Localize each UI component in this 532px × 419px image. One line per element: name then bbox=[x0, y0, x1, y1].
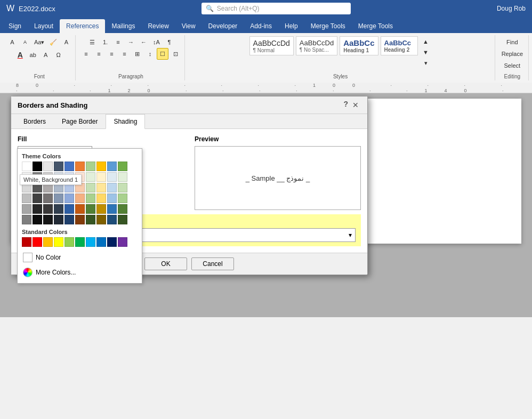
col-gray bbox=[43, 162, 53, 224]
dialog-overlay: Borders and Shading ? ✕ Borders Page Bor… bbox=[0, 0, 532, 419]
swatch-black-5[interactable] bbox=[33, 215, 42, 224]
more-colors-icon bbox=[23, 268, 33, 277]
swatch-navy-3[interactable] bbox=[54, 194, 63, 203]
col-green bbox=[86, 162, 95, 224]
swatch-std-lime[interactable] bbox=[65, 237, 74, 247]
swatch-blue[interactable] bbox=[65, 162, 74, 171]
swatch-blue-5[interactable] bbox=[65, 215, 74, 224]
ok-button[interactable]: OK bbox=[144, 257, 187, 270]
swatch-black[interactable] bbox=[33, 162, 42, 171]
theme-colors-grid bbox=[22, 162, 138, 224]
swatch-orange-4[interactable] bbox=[75, 204, 85, 214]
swatch-green[interactable] bbox=[86, 162, 95, 171]
swatch-std-red[interactable] bbox=[33, 237, 42, 247]
col-black bbox=[33, 162, 42, 224]
swatch-navy[interactable] bbox=[54, 162, 63, 171]
no-color-row[interactable]: No Color bbox=[22, 251, 138, 264]
swatch-std-cyan[interactable] bbox=[86, 237, 95, 247]
tab-page-border[interactable]: Page Border bbox=[54, 114, 106, 129]
swatch-white[interactable] bbox=[22, 162, 31, 171]
swatch-blue-3[interactable] bbox=[65, 194, 74, 203]
col-blue bbox=[65, 162, 74, 224]
swatch-gray-3[interactable] bbox=[43, 194, 53, 203]
swatch-lightblue-3[interactable] bbox=[107, 194, 117, 203]
preview-text: _ Sample __ نموذج _ bbox=[246, 174, 310, 182]
theme-colors-label: Theme Colors bbox=[22, 153, 138, 159]
standard-colors-row bbox=[22, 237, 138, 247]
swatch-std-green[interactable] bbox=[75, 237, 85, 247]
swatch-navy-4[interactable] bbox=[54, 204, 63, 214]
swatch-gray[interactable] bbox=[43, 162, 53, 171]
swatch-black-3[interactable] bbox=[33, 194, 42, 203]
preview-label: Preview bbox=[195, 135, 361, 143]
tab-borders[interactable]: Borders bbox=[15, 114, 54, 129]
swatch-lime-4[interactable] bbox=[118, 204, 127, 214]
more-colors-row[interactable]: More Colors... bbox=[22, 266, 138, 279]
swatch-white-5[interactable] bbox=[22, 215, 31, 224]
col-navy bbox=[54, 162, 63, 224]
swatch-std-darkred[interactable] bbox=[22, 237, 31, 247]
swatch-orange-3[interactable] bbox=[75, 194, 85, 203]
dialog-title-bar: Borders and Shading ? ✕ bbox=[11, 96, 367, 114]
color-picker-dropdown: Theme Colors bbox=[17, 148, 142, 284]
swatch-green-2[interactable] bbox=[86, 183, 95, 192]
swatch-lime-1[interactable] bbox=[118, 172, 127, 182]
no-color-swatch bbox=[23, 253, 33, 262]
preview-area: _ Sample __ نموذج _ bbox=[195, 146, 361, 210]
swatch-yellow[interactable] bbox=[96, 162, 106, 171]
swatch-lime-5[interactable] bbox=[118, 215, 127, 224]
swatch-white-3[interactable] bbox=[22, 194, 31, 203]
no-color-label: No Color bbox=[36, 254, 61, 261]
swatch-std-purple[interactable] bbox=[118, 237, 127, 247]
swatch-std-yellow[interactable] bbox=[54, 237, 63, 247]
dialog-title-buttons: ? ✕ bbox=[343, 100, 361, 110]
swatch-green-5[interactable] bbox=[86, 215, 95, 224]
swatch-orange-5[interactable] bbox=[75, 215, 85, 224]
swatch-lime-2[interactable] bbox=[118, 183, 127, 192]
swatch-blue-4[interactable] bbox=[65, 204, 74, 214]
swatch-yellow-5[interactable] bbox=[96, 215, 106, 224]
swatch-lime-3[interactable] bbox=[118, 194, 127, 203]
col-lime bbox=[118, 162, 127, 224]
swatch-green-4[interactable] bbox=[86, 204, 95, 214]
swatch-orange[interactable] bbox=[75, 162, 85, 171]
swatch-gray-5[interactable] bbox=[43, 215, 53, 224]
swatch-lightblue[interactable] bbox=[107, 162, 117, 171]
dialog-right-panel: Preview _ Sample __ نموذج _ bbox=[195, 135, 361, 210]
swatch-std-orange[interactable] bbox=[43, 237, 53, 247]
swatch-black-4[interactable] bbox=[33, 204, 42, 214]
swatch-lightblue-2[interactable] bbox=[107, 183, 117, 192]
swatch-gray-4[interactable] bbox=[43, 204, 53, 214]
swatch-navy-5[interactable] bbox=[54, 215, 63, 224]
fill-label: Fill bbox=[18, 135, 184, 143]
dialog-title-text: Borders and Shading bbox=[18, 101, 87, 109]
swatch-yellow-3[interactable] bbox=[96, 194, 106, 203]
swatch-yellow-1[interactable] bbox=[96, 172, 106, 182]
col-yellow bbox=[96, 162, 106, 224]
swatch-std-blue[interactable] bbox=[96, 237, 106, 247]
swatch-yellow-2[interactable] bbox=[96, 183, 106, 192]
more-colors-label: More Colors... bbox=[36, 269, 76, 276]
swatch-white-4[interactable] bbox=[22, 204, 31, 214]
swatch-green-1[interactable] bbox=[86, 172, 95, 182]
swatch-lightblue-4[interactable] bbox=[107, 204, 117, 214]
swatch-std-darkblue[interactable] bbox=[107, 237, 117, 247]
dialog-help-icon[interactable]: ? bbox=[343, 100, 348, 110]
swatch-yellow-4[interactable] bbox=[96, 204, 106, 214]
swatch-lightblue-5[interactable] bbox=[107, 215, 117, 224]
dialog-tab-bar: Borders Page Border Shading bbox=[11, 114, 367, 129]
col-white bbox=[22, 162, 31, 224]
swatch-lime[interactable] bbox=[118, 162, 127, 171]
col-orange bbox=[75, 162, 85, 224]
tab-shading[interactable]: Shading bbox=[106, 114, 145, 129]
col-lightblue bbox=[107, 162, 117, 224]
dialog-close-btn[interactable]: ✕ bbox=[350, 100, 361, 110]
color-tooltip: White, Background 1 bbox=[20, 174, 82, 185]
swatch-green-3[interactable] bbox=[86, 194, 95, 203]
swatch-lightblue-1[interactable] bbox=[107, 172, 117, 182]
standard-colors-label: Standard Colors bbox=[22, 229, 138, 235]
cancel-button[interactable]: Cancel bbox=[191, 257, 234, 270]
apply-to-arrow: ▾ bbox=[349, 231, 352, 239]
